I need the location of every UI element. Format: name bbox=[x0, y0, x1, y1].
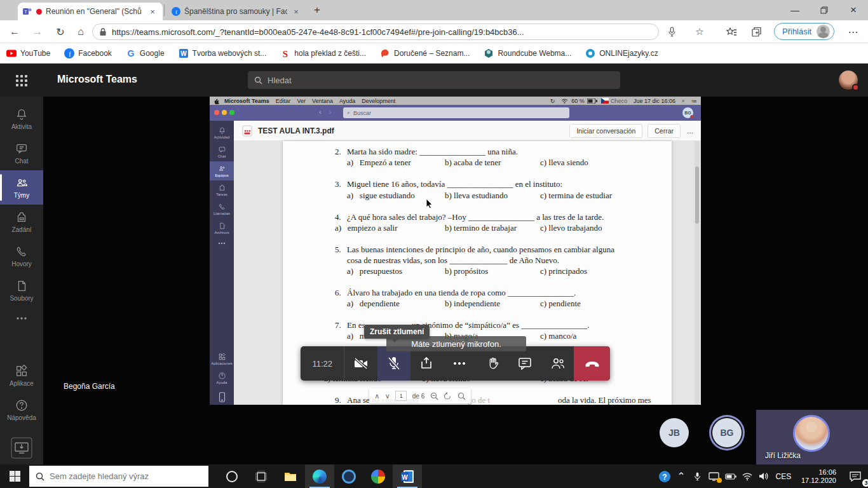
app-launcher-icon[interactable] bbox=[16, 75, 27, 86]
rail-item-soubory[interactable]: Soubory bbox=[0, 273, 43, 308]
close-button[interactable]: × bbox=[839, 0, 868, 20]
pdf-scrollbar[interactable] bbox=[695, 141, 700, 405]
mini-rail-more[interactable] bbox=[210, 238, 234, 249]
tab-close-icon[interactable]: × bbox=[291, 7, 301, 17]
mac-menu-ventana[interactable]: Ventana bbox=[312, 98, 333, 104]
start-button[interactable] bbox=[0, 464, 29, 488]
participants-button[interactable] bbox=[541, 346, 574, 381]
bookmark-tvorba-webu[interactable]: W Tvorba webových st... bbox=[179, 48, 267, 58]
photo-app-button[interactable] bbox=[363, 464, 393, 488]
teams-search-input[interactable]: Hledat bbox=[248, 71, 620, 89]
mini-rail-mobile-button[interactable] bbox=[210, 388, 234, 405]
browser-menu-icon[interactable]: ⋯ bbox=[844, 22, 863, 41]
mac-zoom-icon[interactable] bbox=[229, 110, 234, 115]
mini-rail-equipos[interactable]: Equipos bbox=[210, 161, 234, 180]
word-button[interactable]: W bbox=[393, 464, 422, 488]
tab-close-icon[interactable]: × bbox=[147, 7, 158, 17]
mac-menu-editar[interactable]: Editar bbox=[276, 98, 291, 104]
taskbar-clock[interactable]: 16:06 17.12.2020 bbox=[801, 468, 836, 485]
page-down-icon[interactable]: ∨ bbox=[385, 392, 390, 400]
hang-up-button[interactable] bbox=[574, 346, 610, 381]
bookmark-email[interactable]: Doručené – Seznam... bbox=[380, 48, 470, 58]
nav-back-icon[interactable]: ‹ bbox=[319, 108, 322, 116]
forward-icon[interactable]: → bbox=[28, 22, 47, 41]
bookmark-onlinejazyky[interactable]: ONLINEjazyky.cz bbox=[585, 48, 658, 58]
mic-toggle-button[interactable] bbox=[377, 346, 410, 381]
bookmark-slovnik[interactable]: S hola překlad z češti... bbox=[280, 48, 366, 58]
bookmark-roundcube[interactable]: Roundcube Webma... bbox=[484, 48, 571, 58]
close-doc-button[interactable]: Cerrar bbox=[648, 124, 681, 138]
bookmark-google[interactable]: G Google bbox=[126, 48, 165, 58]
mini-rail-tareas[interactable]: Tareas bbox=[210, 180, 234, 200]
page-number-input[interactable]: 1 bbox=[395, 391, 407, 401]
bookmark-facebook[interactable]: f Facebook bbox=[64, 48, 112, 58]
language-indicator[interactable]: CES bbox=[772, 464, 795, 488]
teams-profile-avatar[interactable] bbox=[839, 71, 858, 90]
participant-video-tile[interactable]: Jiří Ližička bbox=[756, 410, 868, 464]
start-conversation-button[interactable]: Iniciar conversación bbox=[569, 124, 642, 138]
back-icon[interactable]: ← bbox=[5, 22, 24, 41]
tray-mic-icon[interactable] bbox=[689, 464, 706, 488]
home-icon[interactable]: ⌂ bbox=[71, 22, 90, 41]
rail-item-hovory[interactable]: Hovory bbox=[0, 239, 43, 273]
participant-avatar-bg[interactable]: BG bbox=[712, 418, 742, 447]
page-up-icon[interactable]: ∧ bbox=[374, 392, 379, 400]
mac-minimize-icon[interactable] bbox=[222, 110, 227, 115]
rail-item-aktivita[interactable]: Aktivita bbox=[0, 102, 43, 136]
tray-cast-icon[interactable] bbox=[706, 464, 722, 488]
nav-forward-icon[interactable]: › bbox=[329, 108, 332, 116]
restore-button[interactable] bbox=[810, 0, 839, 20]
mac-menu-ayuda[interactable]: Ayuda bbox=[339, 98, 355, 104]
zoom-out-icon[interactable] bbox=[430, 392, 438, 400]
mac-control-center-icon[interactable]: ≔ bbox=[691, 98, 697, 104]
mac-menu-development[interactable]: Development bbox=[362, 98, 395, 104]
mini-rail-archivos[interactable]: Archivos bbox=[210, 219, 234, 238]
add-favorite-icon[interactable]: ☆ bbox=[690, 22, 709, 41]
doc-more-icon[interactable]: ... bbox=[687, 126, 693, 135]
file-explorer-button[interactable] bbox=[276, 464, 305, 488]
voice-search-icon[interactable] bbox=[662, 22, 681, 41]
rail-item-chat[interactable]: Chat bbox=[0, 136, 43, 170]
taskbar-search-input[interactable] bbox=[50, 471, 196, 481]
collections-icon[interactable] bbox=[747, 22, 766, 41]
rail-item-aplikace[interactable]: Aplikace bbox=[0, 358, 43, 393]
address-bar[interactable]: https://teams.microsoft.com/_?tenantId=b… bbox=[92, 24, 659, 40]
tray-battery-icon[interactable] bbox=[722, 464, 739, 488]
mini-rail-actividad[interactable]: Actividad bbox=[210, 123, 234, 142]
rail-item-tymy[interactable]: Týmy bbox=[0, 170, 43, 205]
new-tab-button[interactable]: + bbox=[314, 4, 320, 17]
scrollbar-thumb[interactable] bbox=[695, 166, 699, 224]
cortana-button[interactable] bbox=[217, 464, 247, 488]
rotate-icon[interactable] bbox=[444, 392, 452, 400]
action-center-button[interactable]: 3 bbox=[843, 464, 868, 488]
mac-spotlight-icon[interactable]: ⌕ bbox=[682, 97, 685, 104]
favorites-bar-icon[interactable] bbox=[722, 22, 741, 41]
browser-tab-meeting[interactable]: T Reunión en "General" (Schů × bbox=[18, 3, 163, 20]
rail-item-napoveda[interactable]: Nápověda bbox=[0, 393, 43, 427]
task-view-button[interactable] bbox=[247, 464, 276, 488]
mini-rail-ayuda[interactable]: Ayuda bbox=[210, 369, 234, 388]
refresh-icon[interactable]: ↻ bbox=[51, 22, 70, 41]
zoom-in-icon[interactable] bbox=[458, 392, 466, 400]
minimize-button[interactable]: — bbox=[780, 0, 810, 20]
mac-app-name[interactable]: Microsoft Teams bbox=[224, 98, 269, 104]
tray-wifi-icon[interactable] bbox=[739, 464, 756, 488]
browser-app-button[interactable] bbox=[334, 464, 363, 488]
mac-clock[interactable]: Jue 17 dic 16:06 bbox=[634, 98, 675, 104]
mac-close-icon[interactable] bbox=[214, 110, 219, 115]
signin-button[interactable]: Přihlásit bbox=[774, 23, 834, 40]
tray-overflow-chevron[interactable]: ⌃ bbox=[673, 464, 689, 488]
edge-button[interactable] bbox=[305, 464, 334, 488]
participant-avatar-jb[interactable]: JB bbox=[660, 418, 689, 447]
mac-menu-ver[interactable]: Ver bbox=[297, 98, 306, 104]
bookmark-youtube[interactable]: YouTube bbox=[6, 48, 50, 58]
chat-button[interactable] bbox=[508, 346, 541, 381]
tray-help-icon[interactable]: ? bbox=[656, 464, 673, 488]
share-button[interactable] bbox=[410, 346, 444, 381]
taskbar-search[interactable] bbox=[29, 466, 208, 487]
mini-rail-chat[interactable]: Chat bbox=[210, 142, 234, 161]
mac-input-locale[interactable]: Checo bbox=[611, 98, 627, 104]
rail-download-app-button[interactable] bbox=[0, 431, 43, 465]
rail-item-more[interactable] bbox=[0, 308, 43, 329]
mac-teams-search[interactable]: ⌕ Buscar bbox=[343, 107, 569, 118]
